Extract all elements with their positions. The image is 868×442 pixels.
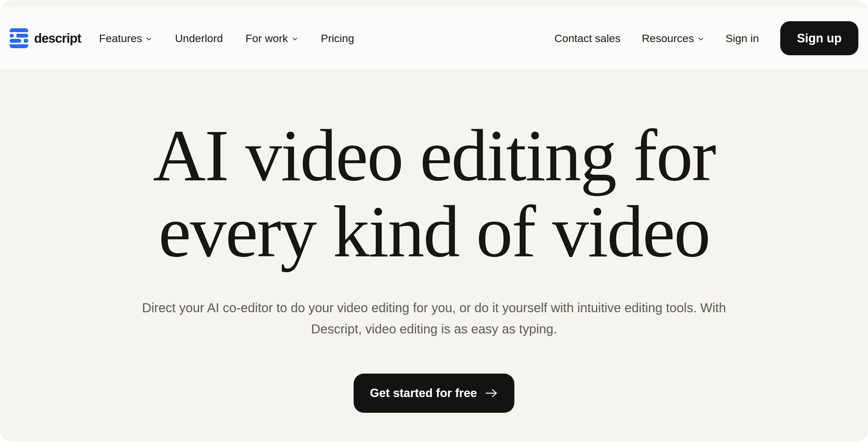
descript-landing-page: descript Features Underlord For work Pri… — [0, 0, 868, 442]
arrow-right-icon — [485, 388, 498, 399]
nav-item-label: Resources — [642, 32, 694, 45]
chevron-down-icon — [697, 35, 704, 42]
hero-heading: AI video editing for every kind of video — [0, 117, 868, 270]
get-started-button[interactable]: Get started for free — [353, 374, 514, 413]
nav-item-label: Features — [99, 32, 142, 45]
chevron-down-icon — [145, 35, 152, 42]
secondary-nav: Contact sales Resources Sign in Sign up — [554, 21, 858, 55]
hero-section: AI video editing for every kind of video… — [0, 69, 868, 413]
descript-logo-icon — [10, 28, 28, 48]
nav-item-label: Pricing — [321, 32, 354, 45]
get-started-label: Get started for free — [370, 386, 477, 400]
nav-item-pricing[interactable]: Pricing — [321, 32, 354, 45]
chevron-down-icon — [291, 35, 298, 42]
brand-wordmark: descript — [34, 31, 81, 45]
nav-item-contact-sales[interactable]: Contact sales — [554, 32, 620, 45]
nav-item-resources[interactable]: Resources — [642, 32, 704, 45]
nav-item-label: For work — [246, 32, 288, 45]
nav-item-for-work[interactable]: For work — [246, 32, 298, 45]
nav-item-underlord[interactable]: Underlord — [175, 32, 223, 45]
nav-item-label: Contact sales — [554, 32, 620, 45]
nav-item-label: Underlord — [175, 32, 223, 45]
nav-item-features[interactable]: Features — [99, 32, 152, 45]
cta-container: Get started for free — [0, 374, 868, 413]
descript-logo[interactable]: descript — [10, 28, 81, 48]
nav-item-sign-in[interactable]: Sign in — [725, 32, 759, 45]
hero-subtext: Direct your AI co-editor to do your vide… — [64, 298, 804, 340]
primary-nav: Features Underlord For work Pricing — [99, 32, 354, 45]
nav-item-label: Sign in — [725, 32, 759, 45]
sign-up-button[interactable]: Sign up — [780, 21, 858, 55]
top-nav-bar: descript Features Underlord For work Pri… — [0, 7, 868, 69]
